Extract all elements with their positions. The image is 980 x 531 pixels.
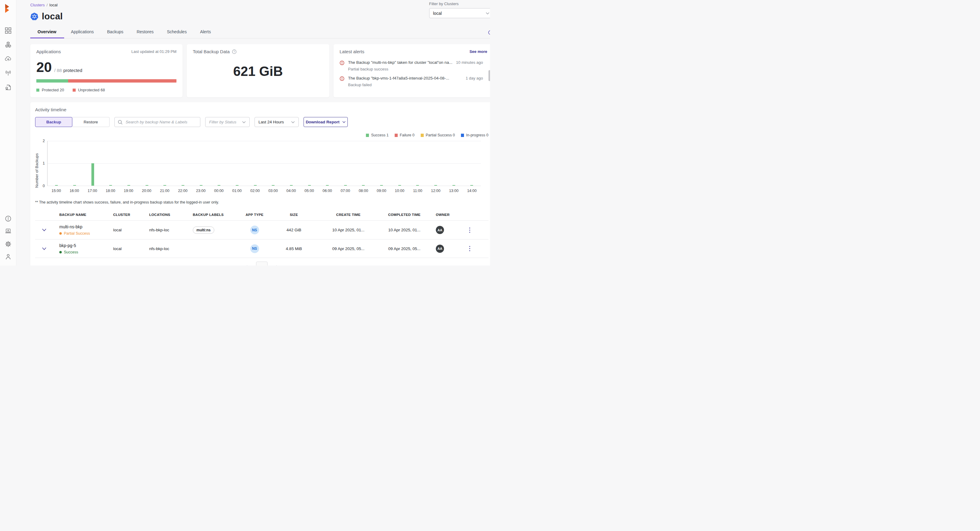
chart-bar-slot [355,141,372,185]
time-range-select[interactable]: Last 24 Hours [255,117,299,127]
size-cell: 442 GiB [268,228,320,232]
cluster-filter-select[interactable]: local [429,8,490,18]
toggle-restore[interactable]: Restore [72,117,110,127]
last-updated-text: Last updated at 01:29 PM [131,49,177,54]
owner-avatar: AA [436,245,444,253]
alerts-scrollbar[interactable] [488,70,490,81]
chart-x-tick: 10:00 [390,189,409,193]
dashboard-icon[interactable] [5,27,11,34]
chart-bar-slot [337,141,355,185]
breadcrumb: Clusters/local [30,0,490,7]
legend-success: Success 1 [366,133,388,137]
chart-y-tick: 0 [43,184,45,188]
chart-bar [308,185,311,185]
next-page-chevron-icon[interactable] [276,265,279,266]
chart-y-tick: 1 [43,161,45,165]
tab-schedules[interactable]: Schedules [161,27,193,38]
chart-y-axis-label: Number of Backups [35,143,39,188]
settings-gear-icon[interactable] [5,241,11,247]
chart-bar-slot [210,141,228,185]
protection-progress-bar [36,79,177,82]
chart-bar [73,185,76,185]
chart-bar [470,185,473,185]
chart-y-tick: 2 [43,139,45,143]
chart-x-tick: 20:00 [138,189,156,193]
clusters-cubes-icon[interactable] [5,41,11,48]
see-more-link[interactable]: See more [469,49,487,54]
in-progress-swatch [461,134,464,137]
backup-restore-toggle: Backup Restore [35,117,110,127]
prev-page-chevron-icon[interactable] [245,265,248,266]
unprotected-swatch [73,89,76,92]
page-number[interactable]: 1 [256,262,267,265]
alert-subtitle: Backup failed [348,82,462,87]
search-input[interactable] [125,119,197,125]
tab-backups[interactable]: Backups [100,27,130,38]
success-swatch [366,134,369,137]
col-create-time: CREATE TIME [320,213,377,217]
chart-bar-slot [120,141,138,185]
chart-bar [55,185,58,185]
chart-x-tick: 19:00 [119,189,138,193]
row-menu-kebab-icon[interactable] [459,227,480,233]
chart-x-tick: 12:00 [427,189,445,193]
chevron-down-icon [242,121,246,124]
toggle-backup[interactable]: Backup [35,117,72,127]
chart-footnote: ** The activity timeline chart shows suc… [35,200,488,204]
chart-bar-slot [246,141,264,185]
chart-bar [200,185,202,185]
alert-item[interactable]: The Backup "bkp-vms-1-f47a8a5-interval-2… [340,76,487,87]
breadcrumb-clusters-link[interactable]: Clusters [30,3,45,7]
chart-x-tick: 11:00 [409,189,427,193]
chart-x-tick: 00:00 [210,189,228,193]
download-report-button[interactable]: Download Report [304,117,348,127]
col-backup-name: BACKUP NAME [53,213,111,217]
progress-unprotected-segment [68,79,177,82]
row-expand-chevron-icon[interactable] [35,247,53,250]
support-laptop-icon[interactable] [5,228,11,235]
refresh-icon[interactable] [488,30,490,35]
partial-success-swatch [421,134,424,137]
col-app-type: APP TYPE [241,213,268,217]
chart-x-tick: 05:00 [300,189,318,193]
total-backup-card: Total Backup Data ? 621 GiB [187,44,329,97]
tab-applications[interactable]: Applications [64,27,100,38]
chart-x-tick: 21:00 [156,189,174,193]
col-cluster: CLUSTER [111,213,146,217]
cloud-upload-icon[interactable] [5,55,11,62]
table-row[interactable]: bkp-pg-5 Success local nfs-bkp-loc NS 4.… [35,239,488,258]
profile-user-icon[interactable] [5,254,11,260]
alert-item[interactable]: The Backup "multi-ns-bkp" taken for clus… [340,60,487,71]
chart-bar [326,185,329,185]
legend-in-progress: In-progress 0 [461,133,488,137]
completed-time-cell: 09 Apr 2025, 05... [377,246,431,251]
row-menu-kebab-icon[interactable] [459,246,480,251]
chart-bar [362,185,365,185]
create-time-cell: 10 Apr 2025, 01... [320,228,377,232]
applications-card-title: Applications [36,49,61,54]
status-filter-select[interactable]: Filter by Status [205,117,250,127]
locations-cell: nfs-bkp-loc [146,246,186,251]
tab-restores[interactable]: Restores [130,27,160,38]
alert-info-icon[interactable] [5,215,11,222]
size-cell: 4.85 MiB [268,246,320,251]
brand-logo[interactable] [4,4,12,13]
chart-bar [146,185,148,185]
broadcast-antenna-icon[interactable] [5,70,11,76]
activity-timeline-panel: Activity timeline Backup Restore Filter … [30,102,490,265]
help-question-icon[interactable]: ? [232,49,237,54]
col-owner: OWNER [431,213,459,217]
chart-bar-slot [390,141,409,185]
table-row[interactable]: multi-ns-bkp Partial Success local nfs-b… [35,220,488,239]
license-document-icon[interactable] [5,84,11,91]
chart-bar [254,185,257,185]
tab-overview[interactable]: Overview [30,27,64,38]
chart-x-tick: 16:00 [65,189,84,193]
protected-count: 20 / 88 protected [36,60,177,74]
row-expand-chevron-icon[interactable] [35,228,53,231]
chart-bar-slot [48,141,66,185]
alert-subtitle: Partial backup success [348,67,452,71]
total-backup-title: Total Backup Data [193,49,230,54]
locations-cell: nfs-bkp-loc [146,228,186,232]
tab-alerts[interactable]: Alerts [193,27,218,38]
